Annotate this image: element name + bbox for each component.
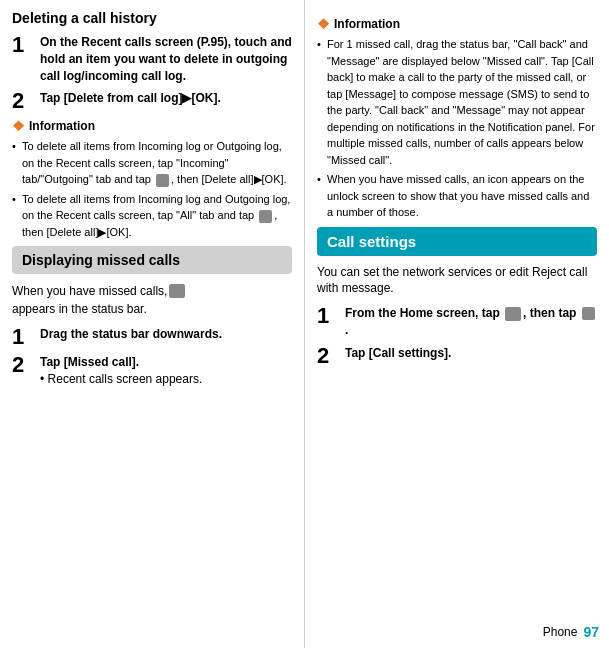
left-info-body: To delete all items from Incoming log or… <box>12 138 292 240</box>
left-step2-number: 2 <box>12 90 34 112</box>
missed-call-icon <box>169 284 185 298</box>
left-step2-text: Tap [Delete from call log]▶[OK]. <box>40 90 221 107</box>
cyan-box-title: Call settings <box>327 233 587 250</box>
left-info-item-1: To delete all items from Incoming log or… <box>12 138 292 188</box>
left-step-2: 2 Tap [Delete from call log]▶[OK]. <box>12 90 292 112</box>
left-section-title: Deleting a call history <box>12 10 292 26</box>
missed-calls-intro: When you have missed calls, appears in t… <box>12 282 292 318</box>
left-info-header: ❖ Information <box>12 118 292 134</box>
menu-icon-2 <box>259 210 272 223</box>
displaying-missed-calls-box: Displaying missed calls <box>12 246 292 274</box>
missed-step2-number: 2 <box>12 354 34 376</box>
right-diamond-icon: ❖ <box>317 16 330 32</box>
right-step-1: 1 From the Home screen, tap , then tap . <box>317 305 597 339</box>
right-info-body: For 1 missed call, drag the status bar, … <box>317 36 597 221</box>
left-step-1: 1 On the Recent calls screen (P.95), tou… <box>12 34 292 84</box>
home-phone-icon <box>505 307 521 321</box>
menu-icon-1 <box>156 174 169 187</box>
missed-step-2: 2 Tap [Missed call]. • Recent calls scre… <box>12 354 292 388</box>
right-column: ❖ Information For 1 missed call, drag th… <box>305 0 609 648</box>
grey-box-title: Displaying missed calls <box>22 252 282 268</box>
footer-number: 97 <box>583 624 599 640</box>
call-settings-box: Call settings <box>317 227 597 256</box>
missed-step1-text: Drag the status bar downwards. <box>40 326 222 343</box>
footer-label: Phone <box>543 625 578 639</box>
missed-step2-sub: • Recent calls screen appears. <box>40 372 202 386</box>
missed-step2-text: Tap [Missed call]. • Recent calls screen… <box>40 354 202 388</box>
diamond-icon: ❖ <box>12 118 25 134</box>
right-step1-number: 1 <box>317 305 339 327</box>
missed-step-1: 1 Drag the status bar downwards. <box>12 326 292 348</box>
left-step1-text: On the Recent calls screen (P.95), touch… <box>40 34 292 84</box>
right-step2-text: Tap [Call settings]. <box>345 345 451 362</box>
left-info-section: ❖ Information To delete all items from I… <box>12 118 292 240</box>
right-step-2: 2 Tap [Call settings]. <box>317 345 597 367</box>
right-info-header: ❖ Information <box>317 16 597 32</box>
right-info-section: ❖ Information For 1 missed call, drag th… <box>317 16 597 221</box>
left-info-item-2: To delete all items from Incoming log an… <box>12 191 292 241</box>
left-step1-number: 1 <box>12 34 34 56</box>
page-footer: Phone 97 <box>543 624 599 640</box>
right-step2-number: 2 <box>317 345 339 367</box>
menu-icon-right <box>582 307 595 320</box>
left-column: Deleting a call history 1 On the Recent … <box>0 0 305 648</box>
call-settings-intro: You can set the network services or edit… <box>317 264 597 298</box>
right-info-item-2: When you have missed calls, an icon appe… <box>317 171 597 221</box>
right-info-item-1: For 1 missed call, drag the status bar, … <box>317 36 597 168</box>
right-step1-text: From the Home screen, tap , then tap . <box>345 305 597 339</box>
missed-step1-number: 1 <box>12 326 34 348</box>
